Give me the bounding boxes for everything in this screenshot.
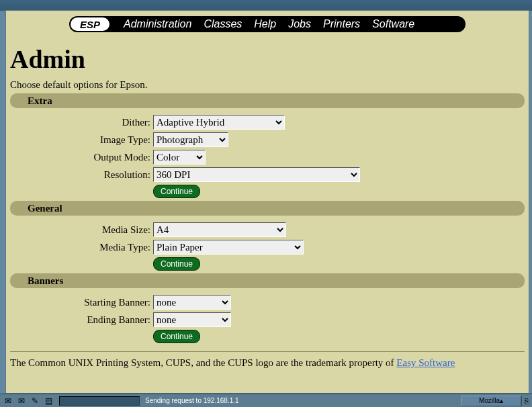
nav-software[interactable]: Software (372, 18, 414, 30)
image-type-label: Image Type: (10, 134, 153, 146)
intro-text: Choose default options for Epson. (10, 79, 525, 91)
caret-up-icon: ▴ (500, 397, 503, 404)
continue-button-banners[interactable]: Continue (153, 330, 200, 343)
media-size-select[interactable]: A4 (153, 222, 286, 237)
nav-bar: ESP Administration Classes Help Jobs Pri… (69, 16, 466, 32)
page-title: Admin (10, 44, 525, 74)
nav-classes[interactable]: Classes (204, 18, 242, 30)
resolution-label: Resolution: (10, 169, 153, 181)
continue-button-extra[interactable]: Continue (153, 185, 200, 198)
continue-button-general[interactable]: Continue (153, 257, 200, 271)
page-body: ESP Administration Classes Help Jobs Pri… (5, 10, 529, 394)
media-type-select[interactable]: Plain Paper (153, 240, 304, 255)
starting-banner-select[interactable]: none (153, 295, 231, 310)
nav-logo[interactable]: ESP (71, 17, 109, 31)
browser-window: ESP Administration Classes Help Jobs Pri… (0, 0, 532, 407)
compose-icon[interactable]: ✎ (30, 396, 40, 406)
media-size-label: Media Size: (10, 224, 153, 236)
image-type-select[interactable]: Photograph (153, 132, 228, 147)
starting-banner-label: Starting Banner: (10, 297, 153, 308)
resolution-select[interactable]: 360 DPI (153, 167, 360, 182)
nav-help[interactable]: Help (254, 18, 276, 30)
dither-label: Dither: (10, 117, 153, 128)
tray-icon[interactable]: ⎘ (521, 396, 532, 406)
status-text: Sending request to 192.168.1.1 (142, 397, 461, 404)
taskbar-sysicons: ✉ ✉ ✎ ▤ (0, 396, 56, 406)
nav-printers[interactable]: Printers (323, 18, 360, 30)
nav-jobs[interactable]: Jobs (288, 18, 311, 30)
fish-icon[interactable]: ✉ (3, 396, 13, 406)
section-heading-general: General (10, 201, 525, 216)
progress-bar (59, 396, 140, 406)
separator (10, 351, 525, 352)
taskbar: ✉ ✉ ✎ ▤ Sending request to 192.168.1.1 M… (0, 394, 532, 407)
output-mode-label: Output Mode: (10, 152, 153, 163)
section-heading-banners: Banners (10, 273, 525, 288)
media-type-label: Media Type: (10, 242, 153, 253)
section-heading-extra: Extra (10, 93, 525, 108)
ending-banner-select[interactable]: none (153, 312, 231, 327)
taskbar-mozilla-button[interactable]: Mozilla▴ (461, 396, 521, 406)
footer-text: The Common UNIX Printing System, CUPS, a… (10, 357, 525, 369)
window-titlebar[interactable] (0, 0, 532, 11)
nav-administration[interactable]: Administration (124, 18, 191, 30)
footer-link[interactable]: Easy Software (396, 357, 455, 368)
dither-select[interactable]: Adaptive Hybrid (153, 115, 285, 130)
output-mode-select[interactable]: Color (153, 150, 206, 165)
address-icon[interactable]: ▤ (43, 396, 54, 406)
ending-banner-label: Ending Banner: (10, 314, 153, 326)
mail-icon[interactable]: ✉ (16, 396, 27, 406)
